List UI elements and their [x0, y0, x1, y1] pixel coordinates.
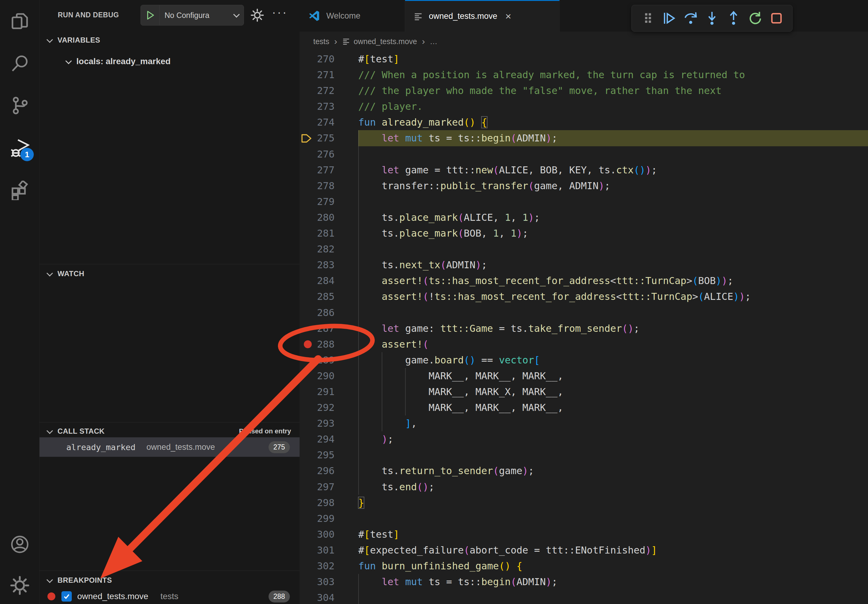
account-icon[interactable] [10, 535, 29, 554]
code-line-286[interactable]: 286 [299, 305, 868, 321]
code-line-294[interactable]: 294); [299, 431, 868, 447]
line-number[interactable]: 286 [299, 305, 335, 321]
watch-section-header[interactable]: WATCH [40, 266, 299, 281]
code-line-284[interactable]: 284assert!(ts::has_most_recent_for_addre… [299, 273, 868, 289]
call-stack-section-header[interactable]: CALL STACK Paused on entry [40, 424, 299, 438]
line-number[interactable]: 298 [299, 495, 335, 511]
code-line-300[interactable]: 300#[test] [299, 527, 868, 542]
more-actions-icon[interactable]: ··· [272, 5, 288, 19]
tab-welcome[interactable]: Welcome [299, 0, 405, 32]
line-number[interactable]: 304 [299, 590, 335, 604]
close-icon[interactable]: × [505, 10, 511, 22]
code-line-275[interactable]: 275let mut ts = ts::begin(ADMIN); [299, 130, 868, 146]
code-line-291[interactable]: 291MARK__, MARK_X, MARK__, [299, 384, 868, 400]
code-line-279[interactable]: 279 [299, 194, 868, 209]
breakpoint-row[interactable]: owned_tests.move tests 288 [40, 589, 299, 604]
code-line-301[interactable]: 301#[expected_failure(abort_code = ttt::… [299, 542, 868, 558]
breadcrumb-symbol[interactable]: … [430, 37, 437, 46]
line-number[interactable]: 276 [299, 146, 335, 162]
line-number[interactable]: 299 [299, 511, 335, 527]
code-line-293[interactable]: 293], [299, 415, 868, 431]
breadcrumb[interactable]: tests › owned_tests.move › … [299, 32, 868, 51]
line-number[interactable]: 281 [299, 225, 335, 241]
code-line-290[interactable]: 290MARK__, MARK__, MARK__, [299, 368, 868, 384]
code-line-283[interactable]: 283ts.next_tx(ADMIN); [299, 257, 868, 273]
code-line-302[interactable]: 302fun burn_unfinished_game() { [299, 558, 868, 574]
line-number[interactable]: 288 [299, 336, 335, 352]
line-number[interactable]: 272 [299, 83, 335, 99]
drag-grip-icon[interactable] [640, 10, 656, 26]
launch-config-dropdown[interactable]: No Configura [141, 5, 244, 26]
breakpoint-checkbox[interactable] [62, 591, 72, 602]
line-number[interactable]: 284 [299, 273, 335, 289]
line-number[interactable]: 301 [299, 542, 335, 558]
line-number[interactable]: 271 [299, 67, 335, 83]
line-number[interactable]: 273 [299, 99, 335, 115]
code-line-277[interactable]: 277let game = ttt::new(ALICE, BOB, KEY, … [299, 162, 868, 178]
call-stack-frame-row[interactable]: already_marked owned_tests.move 275 [40, 437, 299, 457]
line-number[interactable]: 296 [299, 463, 335, 479]
code-line-270[interactable]: 270#[test] [299, 51, 868, 67]
start-debug-icon[interactable] [141, 5, 160, 25]
breadcrumb-tests[interactable]: tests [313, 37, 329, 46]
code-line-288[interactable]: 288assert!( [299, 336, 868, 352]
code-line-274[interactable]: 274fun already_marked() { [299, 115, 868, 130]
line-number[interactable]: 283 [299, 257, 335, 273]
code-line-287[interactable]: 287let game: ttt::Game = ts.take_from_se… [299, 321, 868, 336]
code-line-281[interactable]: 281ts.place_mark(BOB, 1, 1); [299, 225, 868, 241]
line-number[interactable]: 297 [299, 479, 335, 495]
source-control-icon[interactable] [10, 96, 29, 115]
code-line-303[interactable]: 303let mut ts = ts::begin(ADMIN); [299, 574, 868, 590]
line-number[interactable]: 279 [299, 194, 335, 209]
step-into-button[interactable] [704, 10, 720, 26]
code-line-298[interactable]: 298} [299, 495, 868, 511]
line-number[interactable]: 295 [299, 447, 335, 463]
line-number[interactable]: 290 [299, 368, 335, 384]
line-number[interactable]: 277 [299, 162, 335, 178]
line-number[interactable]: 300 [299, 527, 335, 542]
code-line-278[interactable]: 278transfer::public_transfer(game, ADMIN… [299, 178, 868, 194]
code-line-271[interactable]: 271/// When a position is already marked… [299, 67, 868, 83]
restart-button[interactable] [747, 10, 763, 26]
code-line-273[interactable]: 273/// player. [299, 99, 868, 115]
line-number[interactable]: 280 [299, 209, 335, 225]
line-number[interactable]: 289 [299, 352, 335, 368]
debug-settings-gear-icon[interactable] [250, 8, 265, 23]
line-number[interactable]: 303 [299, 574, 335, 590]
line-number[interactable]: 270 [299, 51, 335, 67]
search-icon[interactable] [10, 54, 29, 73]
step-out-button[interactable] [726, 10, 741, 26]
explorer-icon[interactable] [10, 11, 29, 31]
breadcrumb-file[interactable]: owned_tests.move [354, 37, 417, 46]
line-number[interactable]: 294 [299, 431, 335, 447]
line-number[interactable]: 302 [299, 558, 335, 574]
code-lines[interactable]: 270#[test]271/// When a position is alre… [299, 51, 868, 604]
code-line-289[interactable]: 289game.board() == vector[ [299, 352, 868, 368]
tab-owned-tests[interactable]: owned_tests.move × [405, 0, 560, 32]
line-number[interactable]: 278 [299, 178, 335, 194]
code-line-296[interactable]: 296ts.return_to_sender(game); [299, 463, 868, 479]
line-number[interactable]: 275 [299, 130, 335, 146]
continue-button[interactable] [661, 10, 677, 26]
line-number[interactable]: 291 [299, 384, 335, 400]
code-line-282[interactable]: 282 [299, 241, 868, 257]
line-number[interactable]: 285 [299, 289, 335, 304]
code-line-299[interactable]: 299 [299, 511, 868, 527]
code-line-272[interactable]: 272/// the player who made the "false" m… [299, 83, 868, 99]
line-number[interactable]: 293 [299, 415, 335, 431]
line-number[interactable]: 282 [299, 241, 335, 257]
line-number[interactable]: 287 [299, 321, 335, 336]
code-line-276[interactable]: 276 [299, 146, 868, 162]
stop-button[interactable] [769, 10, 784, 26]
variables-section-header[interactable]: VARIABLES [40, 33, 299, 48]
locals-scope-row[interactable]: locals: already_marked [40, 53, 299, 70]
code-line-297[interactable]: 297ts.end(); [299, 479, 868, 495]
settings-gear-icon[interactable] [10, 576, 29, 595]
breakpoints-section-header[interactable]: BREAKPOINTS [40, 573, 299, 588]
code-line-292[interactable]: 292MARK__, MARK__, MARK__, [299, 400, 868, 415]
code-line-285[interactable]: 285assert!(!ts::has_most_recent_for_addr… [299, 289, 868, 304]
code-line-280[interactable]: 280ts.place_mark(ALICE, 1, 1); [299, 209, 868, 225]
extensions-icon[interactable] [10, 181, 29, 200]
line-number[interactable]: 274 [299, 115, 335, 130]
run-and-debug-icon[interactable]: 1 [10, 139, 29, 158]
